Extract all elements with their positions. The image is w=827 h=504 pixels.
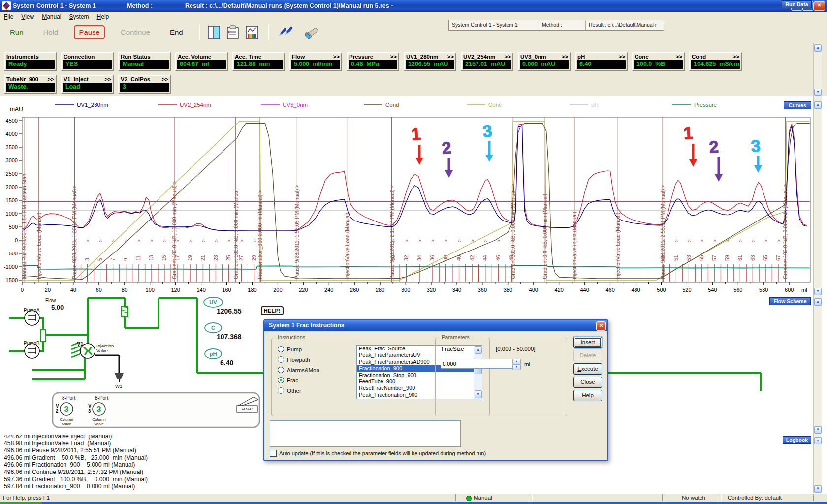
scroll-up-icon[interactable]: ▲	[814, 44, 822, 52]
flow-value: 5.00	[51, 304, 64, 311]
more-icon[interactable]: >>	[562, 54, 568, 60]
tab-curves[interactable]: Curves	[784, 101, 811, 109]
menu-item-manual[interactable]: Manual	[38, 12, 65, 21]
more-icon[interactable]: >>	[105, 76, 111, 82]
fraction-number: 46	[495, 255, 501, 261]
scroll-up-icon[interactable]: ▲	[814, 298, 822, 306]
chromatogram-chart[interactable]: 1>3>5>7>9>11>13>15>17>19>21>23>25>27>29>…	[0, 96, 811, 295]
instruction-message-area[interactable]	[270, 420, 461, 447]
fraction-number: 36	[429, 255, 435, 261]
scroll-up-icon[interactable]: ▲	[814, 437, 822, 444]
more-icon[interactable]: >>	[162, 76, 168, 82]
curves-icon[interactable]	[208, 25, 221, 40]
run-data-label: UV1_280nm>>	[405, 53, 455, 60]
more-icon[interactable]: >>	[48, 76, 54, 82]
radio-other[interactable]: Other	[278, 387, 301, 394]
parameters-group: Parameters FracSize [0.000 - 50.000] ▲ ▼…	[435, 338, 567, 416]
scroll-down-icon[interactable]: ▼	[814, 89, 822, 96]
execute-button[interactable]: Execute	[573, 363, 602, 375]
tab-logbook[interactable]: Logbook	[783, 436, 811, 444]
menu-item-file[interactable]: File	[0, 12, 17, 21]
tab-flow-scheme[interactable]: Flow Scheme	[769, 297, 811, 305]
x-tick-label: 300	[401, 287, 410, 293]
event-marker-label: Gradient 100.0 %B, 0.000 min (Manual) >	[782, 184, 788, 279]
radio-frac[interactable]: Frac	[278, 377, 298, 383]
radio-alarms-mon[interactable]: Alarms&Mon	[278, 367, 319, 373]
more-icon[interactable]: >>	[390, 54, 397, 60]
status-separator	[813, 494, 815, 501]
fraction-number: 25	[225, 255, 231, 261]
run-button[interactable]: Run	[6, 26, 28, 38]
more-icon[interactable]: >>	[447, 54, 454, 60]
more-icon[interactable]: >>	[505, 54, 511, 60]
y-tick-label: 3000	[6, 158, 18, 163]
help-button[interactable]: Help	[573, 390, 602, 401]
status-separator	[720, 494, 722, 501]
y-tick-label: 4000	[6, 131, 18, 137]
radio-flowpath[interactable]: Flowpath	[278, 356, 310, 363]
dialog-close-icon[interactable]: ✕	[596, 321, 606, 331]
event-marker-label: InjectionValve Load (Manual)	[36, 213, 42, 279]
y-tick-label: 1000	[6, 211, 18, 217]
x-tick-label: 360	[478, 287, 487, 293]
run-data-box-uv2-254nm: UV2_254nm>>2157.01 mAU	[461, 52, 513, 71]
valve-id: V1	[77, 341, 83, 346]
run-data-label: Flow>>	[290, 53, 341, 60]
status-mode-icon	[466, 496, 472, 501]
more-icon[interactable]: >>	[733, 54, 739, 60]
documentation-icon[interactable]	[226, 25, 240, 40]
magnifier-icon[interactable]	[302, 25, 322, 40]
help-button[interactable]: HELP!	[261, 306, 284, 315]
y-tick-label: 500	[9, 224, 18, 230]
run-data-value: YES	[63, 60, 112, 69]
scroll-down-icon[interactable]: ▼	[814, 426, 822, 434]
run-data-label: V1_Inject>>	[62, 76, 113, 83]
legend-label: UV2_254nm	[180, 102, 211, 108]
valve-index: 3	[88, 409, 91, 414]
logbook-line: 597.36 ml Gradient 100.0 %B, 0.000 min (…	[0, 476, 827, 483]
more-icon[interactable]: >>	[676, 54, 682, 60]
tab-run-data[interactable]: Run Data	[782, 0, 812, 8]
app-icon	[2, 1, 11, 10]
scroll-down-icon[interactable]: ▼	[814, 485, 822, 493]
taskbar[interactable]	[0, 502, 827, 504]
run-data-panel: InstrumentsReadyConnectionYESRun StatusM…	[0, 43, 827, 97]
close-button[interactable]: ✕	[814, 1, 825, 11]
pens-icon[interactable]	[277, 25, 296, 40]
close-button[interactable]: Close	[573, 377, 602, 388]
scrollbar-flow[interactable]	[813, 296, 822, 435]
x-tick-label: 400	[529, 287, 538, 293]
more-icon[interactable]: >>	[619, 54, 625, 60]
monitor-value: 107.368	[217, 333, 242, 341]
run-data-label: Pressure>>	[348, 53, 398, 60]
end-button[interactable]: End	[166, 26, 187, 38]
run-data-value: 604.67 ml	[177, 60, 226, 69]
fraction-number: 65	[763, 255, 768, 261]
pause-button[interactable]: Pause	[74, 25, 105, 39]
start-button-fragment[interactable]	[0, 502, 42, 504]
waste-plug-icon	[115, 373, 124, 379]
scroll-down-icon[interactable]: ▼	[814, 288, 822, 295]
floating-caption-box: System Control 1 - System 1 Method : Res…	[448, 20, 664, 31]
y-tick-label: 2000	[6, 184, 18, 190]
menu-item-help[interactable]: Help	[93, 12, 113, 21]
sample-loop-icon	[71, 350, 80, 353]
spin-down-icon[interactable]: ▼	[512, 364, 521, 370]
menu-item-view[interactable]: View	[17, 12, 38, 21]
more-icon[interactable]: >>	[333, 54, 340, 60]
radio-pump[interactable]: Pump	[278, 346, 302, 352]
caption-system: System Control 1 - System 1	[449, 20, 539, 30]
fraction-caret-icon: >	[404, 239, 410, 242]
radio-selected-icon	[278, 377, 284, 383]
insert-button[interactable]: Insert	[573, 337, 602, 348]
title-bar[interactable]: System Control 1 - System 1 Method : Res…	[0, 0, 827, 12]
scrollbar-curves[interactable]	[813, 96, 822, 296]
auto-update-checkbox[interactable]	[270, 450, 277, 457]
menu-item-system[interactable]: System	[65, 12, 93, 21]
fraction-number: 5	[97, 258, 103, 261]
dialog-title-bar[interactable]: System 1 Frac Instructions ✕	[264, 320, 607, 331]
evaluation-icon[interactable]	[246, 25, 259, 40]
frac-size-input[interactable]	[441, 359, 513, 369]
scroll-up-icon[interactable]: ▲	[814, 101, 822, 109]
run-data-box-uv3-0nm: UV3_0nm>>0.000 mAU	[518, 52, 571, 71]
